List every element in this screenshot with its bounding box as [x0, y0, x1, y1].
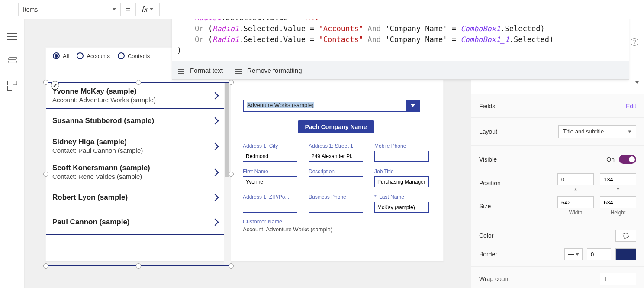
gallery-item[interactable]: Yvonne McKay (sample)Account: Adventure …	[46, 83, 224, 109]
border-width-input[interactable]	[587, 248, 611, 260]
customer-name-block: Customer Name Account: Adventure Works (…	[243, 219, 429, 233]
lastname-input[interactable]	[374, 202, 429, 213]
chevron-right-icon[interactable]	[213, 168, 218, 177]
description-input[interactable]	[309, 176, 363, 187]
gallery-subtitle: Account: Adventure Works (sample)	[52, 96, 218, 104]
size-w-input[interactable]	[557, 196, 594, 208]
remove-formatting-button[interactable]: Remove formatting	[235, 67, 302, 74]
field-business-phone: Business Phone	[309, 194, 363, 213]
radio-all[interactable]: All	[53, 52, 69, 59]
components-icon[interactable]	[7, 81, 17, 88]
field-mobile: Mobile Phone	[374, 143, 429, 162]
size-h-input[interactable]	[600, 196, 636, 208]
chevron-right-icon[interactable]	[213, 193, 218, 202]
gallery-subtitle: Contact: Rene Valdes (sample)	[52, 173, 218, 180]
position-row: Position XY	[471, 169, 644, 194]
firstname-input[interactable]	[243, 176, 297, 187]
chevron-down-icon	[411, 104, 415, 107]
gallery-title: Yvonne McKay (sample)	[52, 87, 218, 96]
edit-fields-link[interactable]: Edit	[626, 103, 636, 110]
gallery-item[interactable]: Paul Cannon (sample)	[46, 210, 224, 235]
street-input[interactable]	[309, 151, 363, 162]
gallery-control[interactable]: Yvonne McKay (sample)Account: Adventure …	[46, 82, 231, 266]
equals-label: =	[126, 5, 130, 14]
field-city: Address 1: City	[243, 143, 297, 162]
property-select[interactable]: Items	[18, 3, 121, 16]
jobtitle-input[interactable]	[374, 176, 429, 187]
size-row: Size WidthHeight	[471, 194, 644, 222]
chevron-right-icon[interactable]	[213, 142, 218, 151]
chevron-down-icon	[113, 8, 116, 10]
radio-accounts[interactable]: Accounts	[77, 52, 109, 59]
tree-view-icon[interactable]	[7, 32, 17, 40]
visible-toggle[interactable]	[619, 155, 636, 164]
fx-button[interactable]: fx	[135, 3, 160, 16]
radio-contacts[interactable]: Contacts	[118, 52, 150, 59]
layout-select[interactable]: Title and subtitle	[558, 125, 636, 138]
color-picker[interactable]	[615, 230, 636, 242]
mobile-input[interactable]	[374, 151, 429, 162]
radio-icon	[53, 52, 60, 59]
field-lastname: * Last Name	[374, 194, 429, 213]
remove-format-icon	[235, 68, 243, 74]
patch-company-button[interactable]: Pach Company Name	[298, 120, 374, 133]
form-area: Adventure Works (sample) Pach Company Na…	[243, 100, 429, 233]
gallery-item[interactable]: Robert Lyon (sample)	[46, 185, 224, 210]
border-style-select[interactable]	[564, 248, 583, 260]
tool-rail	[0, 19, 24, 288]
field-zip: Address 1: ZIP/Po...	[243, 194, 297, 213]
business-phone-input[interactable]	[309, 202, 363, 213]
edit-pencil-button[interactable]	[51, 81, 59, 90]
layout-row: Layout Title and subtitle	[471, 118, 644, 146]
field-jobtitle: Job Title	[374, 168, 429, 187]
combobox-value: Adventure Works (sample)	[244, 100, 406, 111]
gallery-title: Paul Cannon (sample)	[52, 218, 218, 227]
property-select-value: Items	[23, 6, 38, 13]
paint-icon	[622, 232, 629, 239]
expand-down-icon[interactable]	[635, 81, 639, 84]
layers-icon[interactable]	[7, 56, 17, 64]
color-row: Color	[471, 222, 644, 246]
chevron-right-icon[interactable]	[213, 218, 218, 227]
gallery-title: Susanna Stubberod (sample)	[52, 116, 218, 125]
format-icon	[178, 68, 186, 74]
radio-icon	[118, 52, 125, 59]
city-input[interactable]	[243, 151, 297, 162]
zip-input[interactable]	[243, 202, 297, 213]
help-icon[interactable]: ?	[631, 38, 638, 46]
position-x-input[interactable]	[557, 173, 594, 185]
border-color-swatch[interactable]	[615, 248, 636, 260]
gallery-item[interactable]: Sidney Higa (sample)Contact: Paul Cannon…	[46, 133, 224, 159]
gallery-item[interactable]: Susanna Stubberod (sample)	[46, 109, 224, 133]
property-pane: Fields Edit Layout Title and subtitle Vi…	[471, 94, 644, 288]
gallery-subtitle: Contact: Paul Cannon (sample)	[52, 147, 218, 154]
wrap-count-row: Wrap count	[471, 267, 644, 288]
position-y-input[interactable]	[600, 173, 636, 185]
company-combobox[interactable]: Adventure Works (sample)	[243, 100, 420, 112]
gallery-title: Sidney Higa (sample)	[52, 138, 218, 146]
wrap-count-input[interactable]	[600, 273, 636, 285]
fields-row: Fields Edit	[471, 94, 644, 118]
gallery-item[interactable]: Scott Konersmann (sample)Contact: Rene V…	[46, 159, 224, 185]
field-street: Address 1: Street 1	[309, 143, 363, 162]
radio-icon	[77, 52, 84, 59]
field-description: Description	[309, 168, 363, 187]
border-row: Border	[471, 246, 644, 267]
visible-row: Visible On	[471, 146, 644, 169]
chevron-down-icon	[628, 130, 631, 133]
chevron-right-icon[interactable]	[213, 91, 218, 100]
gallery-title: Scott Konersmann (sample)	[52, 164, 218, 172]
gallery-title: Robert Lyon (sample)	[52, 193, 218, 202]
combobox-dropdown-button[interactable]	[406, 100, 419, 111]
chevron-right-icon[interactable]	[213, 116, 218, 125]
field-firstname: First Name	[243, 168, 297, 187]
chevron-down-icon	[150, 8, 153, 10]
chevron-down-icon	[576, 253, 579, 256]
format-text-button[interactable]: Format text	[178, 67, 223, 74]
